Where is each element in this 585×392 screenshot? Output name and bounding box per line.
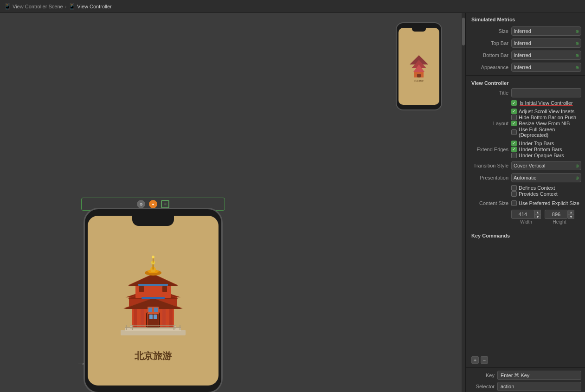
height-decrement-btn[interactable]: ▼	[568, 214, 574, 219]
section-divider-2	[466, 228, 585, 228]
bottombar-arrow: ⊕	[575, 53, 579, 58]
remove-key-command-button[interactable]: −	[481, 356, 488, 364]
width-input[interactable]	[511, 210, 534, 219]
height-increment-btn[interactable]: ▲	[568, 210, 574, 214]
under-top-row: ✓ Under Top Bars	[511, 141, 581, 146]
width-decrement-btn[interactable]: ▼	[534, 214, 541, 219]
hide-bottom-row: Hide Bottom Bar on Push	[511, 115, 581, 120]
use-fullscreen-checkbox[interactable]	[511, 129, 517, 135]
transition-label: Transition Style	[469, 163, 511, 168]
use-preferred-checkbox[interactable]	[511, 200, 517, 206]
scrollbar-thumb[interactable]	[462, 18, 465, 45]
appearance-row: Appearance Inferred ⊕	[466, 61, 585, 73]
key-field-input[interactable]	[497, 371, 581, 380]
topbar-select[interactable]: Inferred ⊕	[511, 39, 581, 48]
layout-header-row: Layout ✓ Adjust Scroll View Insets Hide …	[466, 107, 585, 139]
bottombar-label: Bottom Bar	[469, 52, 511, 58]
topbar-label: Top Bar	[469, 40, 511, 46]
appearance-select[interactable]: Inferred ⊕	[511, 63, 581, 72]
width-label: Width	[520, 219, 532, 225]
content-size-row: Content Size Use Preferred Explicit Size	[466, 198, 585, 208]
resize-view-checkbox[interactable]: ✓	[511, 121, 517, 126]
titlebar: 📱 View Controller Scene › 📱 View Control…	[0, 0, 585, 13]
under-bottom-checkbox[interactable]: ✓	[511, 147, 517, 152]
is-initial-vc-row: ✓ Is Initial View Controller	[466, 99, 585, 107]
toolbar-icon-2[interactable]: ●	[149, 200, 157, 208]
height-input[interactable]	[545, 210, 568, 219]
presentation-select[interactable]: Automatic ⊕	[511, 173, 581, 182]
title-row: Title	[466, 87, 585, 99]
svg-rect-38	[138, 284, 168, 286]
canvas-scrollbar[interactable]	[462, 13, 465, 392]
svg-rect-41	[148, 308, 152, 312]
presentation-value: Automatic	[514, 175, 536, 180]
toolbar-icon-1[interactable]: ⊙	[137, 200, 145, 208]
svg-rect-42	[154, 308, 158, 312]
phone-title-text: 北京旅游	[135, 350, 172, 362]
width-stepper-unit: ▲ ▼ Width	[511, 210, 541, 225]
svg-point-31	[152, 256, 154, 258]
width-stepper: ▲ ▼	[511, 210, 541, 219]
use-fullscreen-row: Use Full Screen (Deprecated)	[511, 127, 581, 138]
under-opaque-checkbox[interactable]	[511, 153, 517, 158]
provides-context-checkbox[interactable]	[511, 191, 517, 197]
key-commands-add-remove: + −	[466, 354, 585, 366]
toolbar-icon-3[interactable]: ⊞	[161, 200, 169, 208]
under-top-checkbox[interactable]: ✓	[511, 141, 517, 146]
inspector-panel: Simulated Metrics Size Inferred ⊕ Top Ba…	[465, 13, 585, 392]
height-label: Height	[553, 219, 566, 225]
scene-breadcrumb[interactable]: View Controller Scene	[13, 4, 63, 9]
bottombar-select[interactable]: Inferred ⊕	[511, 51, 581, 60]
appearance-label: Appearance	[469, 64, 511, 70]
view-controller-section-title: View Controller	[466, 77, 585, 87]
use-preferred-label: Use Preferred Explicit Size	[519, 200, 579, 206]
selector-field-input[interactable]	[497, 382, 581, 391]
appearance-value: Inferred	[514, 64, 531, 70]
height-stepper: ▲ ▼	[545, 210, 574, 219]
provides-context-label: Provides Context	[519, 191, 558, 197]
section-divider-1	[466, 75, 585, 76]
svg-rect-4	[417, 74, 421, 77]
size-select[interactable]: Inferred ⊕	[511, 26, 581, 36]
key-field-label: Key	[469, 373, 497, 378]
svg-rect-39	[141, 297, 165, 299]
is-initial-label: Is Initial View Controller	[520, 100, 573, 106]
use-preferred-size-row: Use Preferred Explicit Size	[511, 200, 579, 206]
svg-rect-15	[154, 315, 157, 319]
key-commands-empty-area	[466, 240, 585, 354]
hide-bottom-checkbox[interactable]	[511, 115, 517, 120]
width-increment-btn[interactable]: ▲	[534, 210, 541, 214]
temple-thumb-svg	[405, 51, 433, 78]
transition-style-row: Transition Style Cover Vertical ⊕	[466, 160, 585, 172]
topbar-arrow: ⊕	[575, 41, 579, 46]
appearance-arrow: ⊕	[575, 65, 579, 70]
is-initial-checkbox[interactable]: ✓	[511, 100, 517, 106]
stepper-pair: ▲ ▼ Width ▲ ▼ Height	[511, 210, 574, 225]
svg-rect-14	[149, 315, 153, 319]
layout-label: Layout	[469, 121, 511, 126]
transition-select[interactable]: Cover Vertical ⊕	[511, 161, 581, 170]
svg-rect-36	[162, 309, 166, 328]
svg-rect-32	[139, 286, 144, 292]
height-stepper-buttons: ▲ ▼	[568, 210, 574, 219]
svg-rect-35	[141, 309, 144, 328]
breadcrumb-separator: ›	[65, 4, 67, 9]
svg-rect-37	[169, 309, 173, 328]
scene-icon: 📱	[4, 3, 11, 10]
selector-field-row: Selector	[466, 381, 585, 392]
context-row: Defines Context Provides Context	[466, 184, 585, 198]
phone-outer-small: 北京旅游	[396, 22, 442, 110]
defines-context-checkbox[interactable]	[511, 185, 517, 191]
add-key-command-button[interactable]: +	[471, 356, 479, 364]
phone-main-screen: 北京旅游	[88, 216, 219, 386]
svg-rect-34	[134, 309, 137, 328]
under-bottom-label: Under Bottom Bars	[519, 147, 562, 152]
vc-breadcrumb: View Controller	[77, 4, 111, 9]
title-input[interactable]	[511, 88, 581, 97]
under-bottom-row: ✓ Under Bottom Bars	[511, 147, 581, 152]
key-commands-title: Key Commands	[471, 233, 510, 238]
size-arrow: ⊕	[575, 29, 579, 34]
canvas-area[interactable]: 北京旅游 ⊙ ● ⊞	[0, 13, 465, 392]
transition-arrow: ⊕	[575, 163, 579, 168]
adjust-scroll-checkbox[interactable]: ✓	[511, 109, 517, 114]
